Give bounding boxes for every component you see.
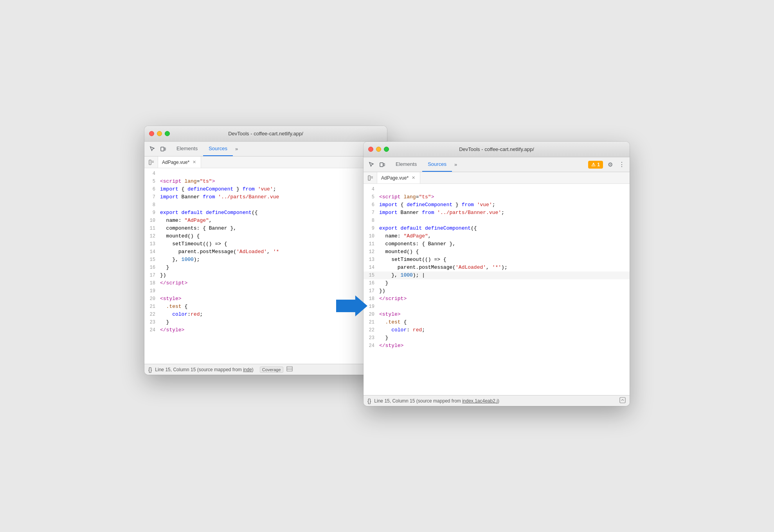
- code-line2-23: 23 }: [364, 334, 630, 342]
- file-tabbar-2: AdPage.vue* ✕: [364, 172, 630, 184]
- devtools-window-2: DevTools - coffee-cart.netlify.app/ Elem…: [364, 142, 630, 406]
- code-line-14: 14 parent.postMessage('AdLoaded', '*: [144, 248, 387, 256]
- code-line-16: 16 }: [144, 264, 387, 271]
- minimize-button-1[interactable]: [157, 131, 162, 136]
- warning-icon: ⚠: [591, 162, 596, 167]
- code-line-12: 12 mounted() {: [144, 232, 387, 240]
- status-link-1[interactable]: inde: [243, 367, 252, 372]
- code-area-1: 4 5 <script lang="ts"> 6 import { define…: [144, 168, 387, 364]
- code-line2-15: 15 }, 1000); |: [364, 271, 630, 279]
- close-button-1[interactable]: [149, 131, 154, 136]
- code-line2-10: 10 name: "AdPage",: [364, 232, 630, 240]
- svg-rect-4: [149, 160, 151, 165]
- status-text-1: Line 15, Column 15 (source mapped from i…: [155, 367, 253, 372]
- toolbar-right-2: ⚠ 1 ⚙ ⋮: [588, 160, 626, 169]
- tab-more-1[interactable]: »: [233, 146, 240, 152]
- traffic-lights-1: [149, 131, 170, 136]
- status-text-2: Line 15, Column 15 (source mapped from i…: [374, 398, 499, 404]
- code-line2-13: 13 setTimeout(() => {: [364, 256, 630, 264]
- tab-sources-1[interactable]: Sources: [203, 142, 233, 156]
- code-line-7: 7 import Banner from '../parts/Banner.vu…: [144, 193, 387, 201]
- status-bar-1: {} Line 15, Column 15 (source mapped fro…: [144, 364, 387, 375]
- svg-rect-0: [161, 147, 164, 151]
- code-line-15: 15 }, 1000);: [144, 256, 387, 264]
- svg-rect-11: [380, 163, 383, 167]
- code-line2-21: 21 .test {: [364, 318, 630, 326]
- tab-elements-1[interactable]: Elements: [171, 142, 203, 156]
- close-button-2[interactable]: [368, 147, 373, 152]
- device-icon-2[interactable]: [378, 160, 387, 169]
- svg-rect-1: [164, 148, 166, 150]
- window-title-2: DevTools - coffee-cart.netlify.app/: [459, 146, 534, 152]
- file-tab-1[interactable]: AdPage.vue* ✕: [158, 156, 201, 168]
- code-line-9: 9 export default defineComponent({: [144, 209, 387, 217]
- svg-marker-10: [336, 295, 367, 316]
- file-tab-2[interactable]: AdPage.vue* ✕: [377, 172, 420, 183]
- toolbar-tabs-1: Elements Sources »: [171, 142, 240, 156]
- code-line-10: 10 name: "AdPage",: [144, 217, 387, 225]
- devtools-toolbar-2: Elements Sources » ⚠ 1 ⚙ ⋮: [364, 157, 630, 172]
- file-tab-close-2[interactable]: ✕: [410, 175, 416, 181]
- code-line-6: 6 import { defineComponent } from 'vue';: [144, 185, 387, 193]
- svg-rect-13: [368, 176, 370, 180]
- code-line2-16: 16 }: [364, 279, 630, 287]
- inspect-icon[interactable]: [148, 144, 157, 154]
- titlebar-2: DevTools - coffee-cart.netlify.app/: [364, 142, 630, 157]
- code-line-5: 5 <script lang="ts">: [144, 178, 387, 185]
- status-link-2[interactable]: index.1ac4eab2.j: [462, 398, 498, 404]
- coverage-icon: [286, 366, 293, 373]
- minimize-button-2[interactable]: [376, 147, 381, 152]
- code-line2-11: 11 components: { Banner },: [364, 240, 630, 248]
- file-tabbar-1: AdPage.vue* ✕: [144, 156, 387, 168]
- devtools-window-1: DevTools - coffee-cart.netlify.app/ Elem…: [144, 126, 387, 375]
- code-line2-17: 17 }): [364, 287, 630, 295]
- titlebar-1: DevTools - coffee-cart.netlify.app/: [144, 126, 387, 142]
- file-tab-name-2: AdPage.vue*: [381, 175, 409, 181]
- code-line2-4: 4: [364, 185, 630, 193]
- panel-toggle-1[interactable]: [148, 158, 155, 166]
- code-line-19: 19: [144, 287, 387, 295]
- code-line2-22: 22 color: red;: [364, 326, 630, 334]
- maximize-button-2[interactable]: [384, 147, 389, 152]
- code-line2-7: 7 import Banner from '../parts/Banner.vu…: [364, 209, 630, 217]
- code-line2-6: 6 import { defineComponent } from 'vue';: [364, 201, 630, 209]
- device-icon[interactable]: [158, 144, 168, 154]
- code-body-2: 4 5 <script lang="ts"> 6 import { define…: [364, 185, 630, 350]
- file-tab-close-1[interactable]: ✕: [191, 160, 197, 165]
- code-line2-20: 20 <style>: [364, 311, 630, 318]
- panel-toggle-2[interactable]: [367, 174, 374, 182]
- svg-rect-16: [620, 397, 625, 403]
- notification-badge-2[interactable]: ⚠ 1: [588, 161, 603, 169]
- inspect-icon-2[interactable]: [367, 160, 376, 169]
- code-line2-24: 24 </style>: [364, 342, 630, 350]
- svg-rect-7: [287, 367, 292, 371]
- code-line-11: 11 components: { Banner },: [144, 225, 387, 232]
- code-line2-18: 18 </script>: [364, 295, 630, 303]
- svg-rect-12: [383, 164, 385, 166]
- toolbar-tabs-2: Elements Sources »: [390, 157, 459, 172]
- format-icon-2: {}: [367, 398, 371, 404]
- scroll-to-top[interactable]: [619, 397, 626, 404]
- code-line-23: 23 }: [144, 318, 387, 326]
- code-line2-19: 19: [364, 303, 630, 311]
- tab-sources-2[interactable]: Sources: [422, 157, 452, 172]
- code-line2-9: 9 export default defineComponent({: [364, 225, 630, 232]
- direction-arrow: [336, 294, 367, 318]
- code-line-24: 24 </style>: [144, 326, 387, 334]
- code-line-17: 17 }): [144, 271, 387, 279]
- devtools-toolbar-1: Elements Sources » 1: [144, 142, 387, 156]
- more-options-2[interactable]: ⋮: [617, 161, 626, 168]
- tab-elements-2[interactable]: Elements: [390, 157, 422, 172]
- code-line-8: 8: [144, 201, 387, 209]
- maximize-button-1[interactable]: [165, 131, 170, 136]
- format-icon-1: {}: [148, 367, 152, 373]
- tab-more-2[interactable]: »: [452, 162, 459, 167]
- settings-icon-2[interactable]: ⚙: [605, 160, 615, 169]
- code-line2-14: 14 parent.postMessage('AdLoaded', '*');: [364, 264, 630, 271]
- code-line2-12: 12 mounted() {: [364, 248, 630, 256]
- coverage-badge[interactable]: Coverage: [260, 367, 283, 373]
- traffic-lights-2: [368, 147, 389, 152]
- code-line2-5: 5 <script lang="ts">: [364, 193, 630, 201]
- notification-count: 1: [597, 162, 600, 167]
- code-area-2: 4 5 <script lang="ts"> 6 import { define…: [364, 184, 630, 395]
